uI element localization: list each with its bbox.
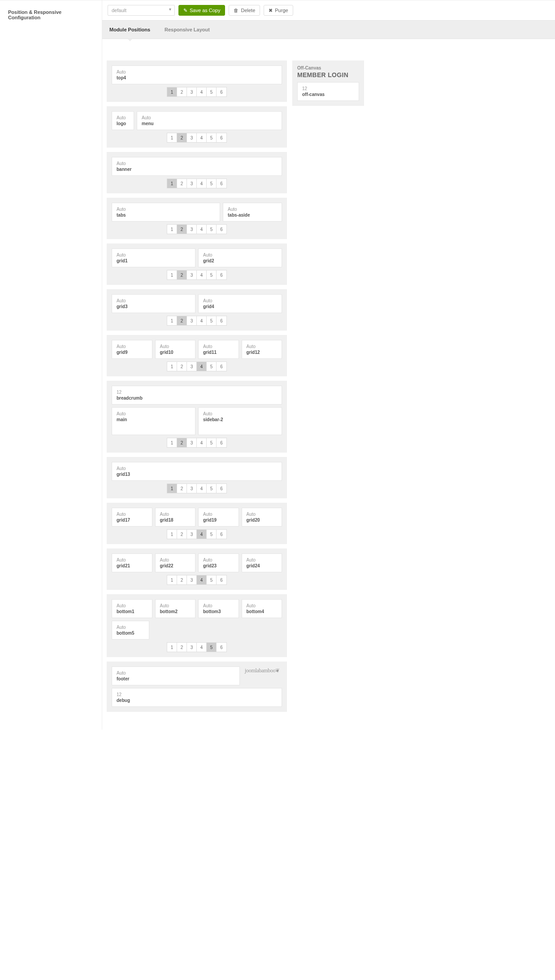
module-menu[interactable]: Automenu [137,111,282,130]
module-banner[interactable]: Autobanner [112,157,282,176]
pager-1[interactable]: 1 [167,270,177,279]
module-top4[interactable]: Autotop4 [112,65,282,84]
module-logo[interactable]: Autologo [112,111,134,130]
module-grid24[interactable]: Autogrid24 [242,553,282,572]
module-grid3[interactable]: Autogrid3 [112,294,195,313]
pager-2[interactable]: 2 [177,643,187,652]
pager-4[interactable]: 4 [197,225,207,234]
pager-3[interactable]: 3 [187,87,197,96]
pager-2[interactable]: 2 [177,87,187,96]
pager-3[interactable]: 3 [187,530,197,539]
pager-3[interactable]: 3 [187,225,197,234]
pager-6[interactable]: 6 [217,270,226,279]
module-footer[interactable]: Autofooter [112,666,240,685]
pager-3[interactable]: 3 [187,270,197,279]
pager-5[interactable]: 5 [207,87,217,96]
module-grid13[interactable]: Autogrid13 [112,462,282,481]
module-grid9[interactable]: Autogrid9 [112,340,152,359]
pager-5[interactable]: 5 [207,643,217,652]
pager-5[interactable]: 5 [207,575,217,584]
pager-1[interactable]: 1 [167,87,177,96]
pager-2[interactable]: 2 [177,316,187,325]
pager-1[interactable]: 1 [167,484,177,493]
pager-1[interactable]: 1 [167,225,177,234]
pager-5[interactable]: 5 [207,316,217,325]
module-grid21[interactable]: Autogrid21 [112,553,152,572]
pager-6[interactable]: 6 [217,530,226,539]
pager-6[interactable]: 6 [217,133,226,142]
pager-1[interactable]: 1 [167,438,177,447]
pager-2[interactable]: 2 [177,270,187,279]
pager-5[interactable]: 5 [207,133,217,142]
pager-5[interactable]: 5 [207,362,217,371]
pager-3[interactable]: 3 [187,362,197,371]
pager-2[interactable]: 2 [177,133,187,142]
pager-1[interactable]: 1 [167,362,177,371]
pager-6[interactable]: 6 [217,575,226,584]
module-grid23[interactable]: Autogrid23 [198,553,239,572]
pager-5[interactable]: 5 [207,530,217,539]
pager-5[interactable]: 5 [207,270,217,279]
pager-5[interactable]: 5 [207,179,217,188]
pager-4[interactable]: 4 [197,484,207,493]
pager-3[interactable]: 3 [187,575,197,584]
pager-1[interactable]: 1 [167,643,177,652]
module-bottom5[interactable]: Autobottom5 [112,621,149,640]
pager-2[interactable]: 2 [177,484,187,493]
module-grid17[interactable]: Autogrid17 [112,508,152,527]
pager-6[interactable]: 6 [217,643,226,652]
save-as-copy-button[interactable]: ✎ Save as Copy [178,5,225,16]
pager-3[interactable]: 3 [187,484,197,493]
module-main[interactable]: Automain [112,407,195,435]
pager-4[interactable]: 4 [197,643,207,652]
pager-6[interactable]: 6 [217,316,226,325]
module-breadcrumb[interactable]: 12breadcrumb [112,386,282,405]
pager-3[interactable]: 3 [187,179,197,188]
module-grid19[interactable]: Autogrid19 [198,508,239,527]
pager-2[interactable]: 2 [177,225,187,234]
module-grid11[interactable]: Autogrid11 [198,340,239,359]
pager-2[interactable]: 2 [177,438,187,447]
purge-button[interactable]: ✖ Purge [264,5,293,16]
pager-4[interactable]: 4 [197,362,207,371]
module-debug[interactable]: 12debug [112,688,282,707]
pager-4[interactable]: 4 [197,87,207,96]
pager-1[interactable]: 1 [167,575,177,584]
module-bottom1[interactable]: Autobottom1 [112,599,152,618]
pager-1[interactable]: 1 [167,179,177,188]
pager-1[interactable]: 1 [167,316,177,325]
pager-2[interactable]: 2 [177,362,187,371]
pager-6[interactable]: 6 [217,438,226,447]
pager-1[interactable]: 1 [167,530,177,539]
module-grid2[interactable]: Autogrid2 [198,248,282,267]
pager-5[interactable]: 5 [207,225,217,234]
pager-2[interactable]: 2 [177,530,187,539]
module-grid4[interactable]: Autogrid4 [198,294,282,313]
pager-6[interactable]: 6 [217,179,226,188]
module-grid22[interactable]: Autogrid22 [155,553,196,572]
pager-3[interactable]: 3 [187,438,197,447]
layout-select[interactable]: default [108,5,175,16]
pager-5[interactable]: 5 [207,484,217,493]
module-tabs[interactable]: Autotabs [112,203,220,222]
module-grid12[interactable]: Autogrid12 [242,340,282,359]
module-bottom2[interactable]: Autobottom2 [155,599,196,618]
pager-6[interactable]: 6 [217,484,226,493]
pager-3[interactable]: 3 [187,316,197,325]
module-grid20[interactable]: Autogrid20 [242,508,282,527]
pager-4[interactable]: 4 [197,316,207,325]
tab-responsive-layout[interactable]: Responsive Layout [157,21,217,39]
pager-6[interactable]: 6 [217,362,226,371]
pager-6[interactable]: 6 [217,225,226,234]
pager-4[interactable]: 4 [197,179,207,188]
pager-4[interactable]: 4 [197,438,207,447]
pager-3[interactable]: 3 [187,133,197,142]
module-grid10[interactable]: Autogrid10 [155,340,196,359]
module-offcanvas[interactable]: 12 off-canvas [297,82,359,101]
pager-2[interactable]: 2 [177,575,187,584]
pager-6[interactable]: 6 [217,87,226,96]
pager-2[interactable]: 2 [177,179,187,188]
pager-4[interactable]: 4 [197,575,207,584]
tab-module-positions[interactable]: Module Positions [102,21,157,39]
pager-4[interactable]: 4 [197,270,207,279]
